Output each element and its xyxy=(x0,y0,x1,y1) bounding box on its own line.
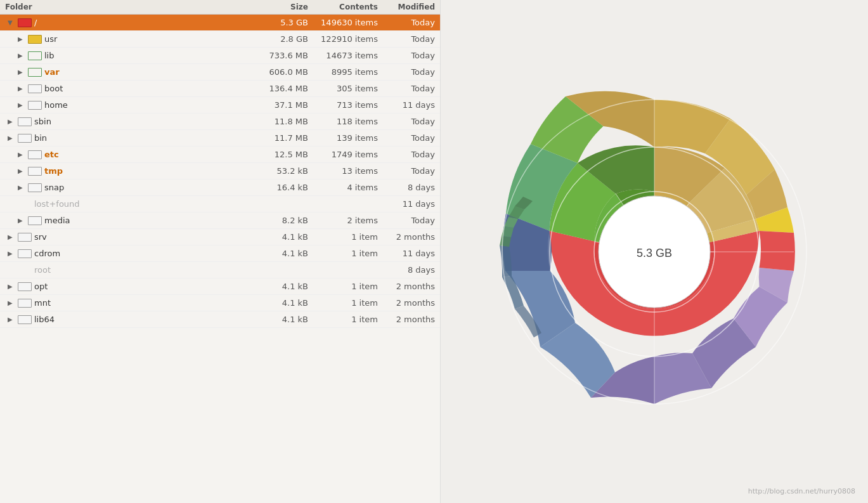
table-row[interactable]: ▶mnt4.1 kB1 item2 months xyxy=(0,295,440,311)
sunburst-chart: 5.3 GB xyxy=(464,62,845,442)
size-value: 4.1 kB xyxy=(251,232,308,242)
folder-cell: ▶opt xyxy=(5,282,251,291)
contents-value: 713 items xyxy=(308,100,378,110)
modified-value: Today xyxy=(378,18,435,27)
size-value: 53.2 kB xyxy=(251,166,308,176)
table-row[interactable]: root8 days xyxy=(0,262,440,278)
folder-cell: ▶cdrom xyxy=(5,249,251,258)
modified-value: 11 days xyxy=(378,249,435,258)
modified-value: 11 days xyxy=(378,199,435,209)
expand-arrow[interactable]: ▶ xyxy=(8,316,15,323)
size-value: 4.1 kB xyxy=(251,298,308,308)
expand-arrow[interactable]: ▶ xyxy=(8,299,15,306)
modified-value: 8 days xyxy=(378,265,435,275)
table-row[interactable]: ▶boot136.4 MB305 itemsToday xyxy=(0,81,440,97)
folder-name: mnt xyxy=(34,298,51,308)
expand-arrow[interactable]: ▶ xyxy=(8,233,15,240)
expand-arrow[interactable]: ▶ xyxy=(18,69,25,75)
folder-icon xyxy=(28,167,42,176)
size-value: 5.3 GB xyxy=(251,18,308,27)
folder-cell: ▶srv xyxy=(5,232,251,242)
expand-arrow[interactable]: ▶ xyxy=(18,184,25,191)
size-header: Size xyxy=(251,3,308,11)
expand-arrow[interactable]: ▶ xyxy=(8,118,15,125)
size-value: 4.1 kB xyxy=(251,249,308,258)
modified-value: 2 months xyxy=(378,315,435,324)
folder-name: var xyxy=(44,67,60,77)
modified-value: Today xyxy=(378,51,435,60)
folder-icon xyxy=(28,51,42,60)
file-list-panel: Folder Size Contents Modified ▼/5.3 GB14… xyxy=(0,0,441,503)
table-row[interactable]: ▶srv4.1 kB1 item2 months xyxy=(0,229,440,245)
table-row[interactable]: ▶opt4.1 kB1 item2 months xyxy=(0,278,440,295)
folder-icon xyxy=(18,315,32,324)
expand-arrow[interactable]: ▶ xyxy=(18,167,25,174)
folder-icon xyxy=(28,35,42,44)
folder-cell: ▶usr xyxy=(5,34,251,44)
expand-arrow[interactable]: ▶ xyxy=(18,52,25,59)
expand-arrow[interactable]: ▶ xyxy=(8,250,15,257)
size-value: 11.7 MB xyxy=(251,133,308,143)
folder-name: boot xyxy=(44,84,63,93)
folder-cell: ▶bin xyxy=(5,133,251,143)
folder-name: / xyxy=(34,18,37,27)
folder-cell: ▶etc xyxy=(5,150,251,159)
folder-cell: ▶tmp xyxy=(5,166,251,176)
table-row[interactable]: ▶cdrom4.1 kB1 item11 days xyxy=(0,245,440,262)
expand-arrow[interactable]: ▶ xyxy=(18,217,25,224)
table-header: Folder Size Contents Modified xyxy=(0,0,440,15)
modified-value: Today xyxy=(378,150,435,159)
size-value: 8.2 kB xyxy=(251,216,308,225)
table-row[interactable]: ▼/5.3 GB149630 itemsToday xyxy=(0,15,440,31)
table-row[interactable]: ▶sbin11.8 MB118 itemsToday xyxy=(0,114,440,130)
size-value: 4.1 kB xyxy=(251,315,308,324)
folder-icon xyxy=(28,68,42,77)
table-row[interactable]: ▶etc12.5 MB1749 itemsToday xyxy=(0,147,440,163)
table-row[interactable]: ▶usr2.8 GB122910 itemsToday xyxy=(0,31,440,48)
folder-icon xyxy=(18,18,32,27)
expand-arrow[interactable]: ▶ xyxy=(18,101,25,108)
folder-icon xyxy=(28,84,42,93)
table-row[interactable]: ▶home37.1 MB713 items11 days xyxy=(0,97,440,114)
table-row[interactable]: ▶media8.2 kB2 itemsToday xyxy=(0,212,440,229)
size-value: 16.4 kB xyxy=(251,183,308,192)
folder-icon xyxy=(18,117,32,126)
contents-value: 139 items xyxy=(308,133,378,143)
expand-arrow[interactable]: ▼ xyxy=(8,19,15,26)
table-row[interactable]: ▶tmp53.2 kB13 itemsToday xyxy=(0,163,440,180)
expand-arrow[interactable]: ▶ xyxy=(18,85,25,92)
expand-arrow[interactable]: ▶ xyxy=(8,283,15,290)
expand-arrow[interactable]: ▶ xyxy=(18,36,25,42)
contents-value: 4 items xyxy=(308,183,378,192)
size-value: 606.0 MB xyxy=(251,67,308,77)
expand-arrow[interactable]: ▶ xyxy=(18,151,25,158)
table-row[interactable]: ▶var606.0 MB8995 itemsToday xyxy=(0,64,440,81)
folder-cell: ▶boot xyxy=(5,84,251,93)
expand-arrow[interactable]: ▶ xyxy=(8,134,15,141)
contents-value: 14673 items xyxy=(308,51,378,60)
table-row[interactable]: ▶lib733.6 MB14673 itemsToday xyxy=(0,48,440,64)
folder-name: sbin xyxy=(34,117,51,126)
watermark: http://blog.csdn.net/hurry0808 xyxy=(748,487,855,495)
table-row[interactable]: ▶bin11.7 MB139 itemsToday xyxy=(0,130,440,147)
folder-name: lib xyxy=(44,51,54,60)
folder-name: lost+found xyxy=(34,199,80,209)
size-value: 733.6 MB xyxy=(251,51,308,60)
folder-cell: ▶lib64 xyxy=(5,315,251,324)
modified-value: Today xyxy=(378,133,435,143)
folder-cell: ▶snap xyxy=(5,183,251,192)
table-row[interactable]: ▶snap16.4 kB4 items8 days xyxy=(0,180,440,196)
table-row[interactable]: ▶lib644.1 kB1 item2 months xyxy=(0,311,440,328)
folder-cell: root xyxy=(5,265,251,275)
folder-name: root xyxy=(34,265,51,275)
folder-icon xyxy=(28,150,42,159)
contents-value: 149630 items xyxy=(308,18,378,27)
folder-name: tmp xyxy=(44,166,63,176)
folder-name: opt xyxy=(34,282,48,291)
chart-panel: 5.3 GB xyxy=(441,0,868,503)
modified-value: Today xyxy=(378,117,435,126)
folder-cell: ▶var xyxy=(5,67,251,77)
size-value: 12.5 MB xyxy=(251,150,308,159)
folder-name: cdrom xyxy=(34,249,60,258)
table-row[interactable]: lost+found11 days xyxy=(0,196,440,212)
